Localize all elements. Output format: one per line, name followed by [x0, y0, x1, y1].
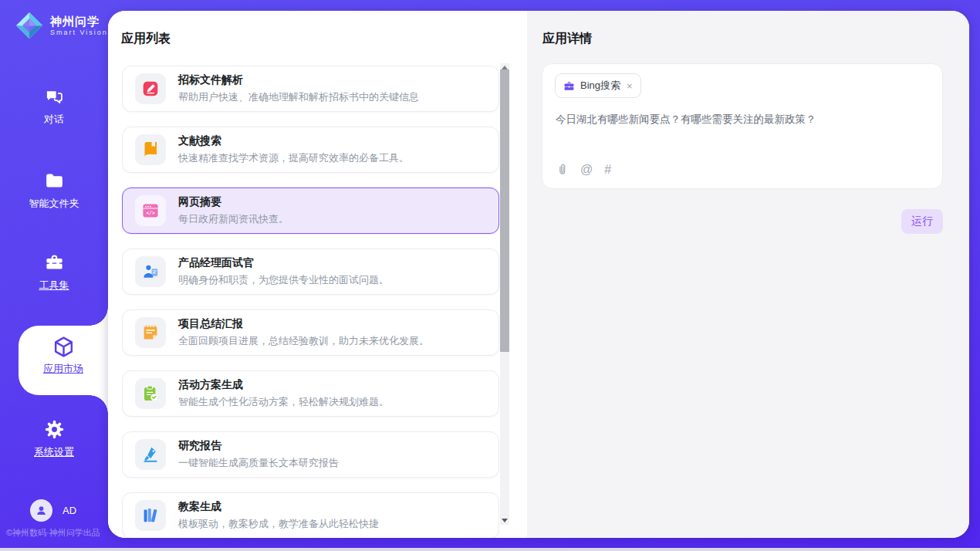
app-window: 神州问学 Smart Vision 对话 智能文件夹: [0, 0, 980, 551]
prompt-input[interactable]: 今日湖北有哪些新闻要点？有哪些需要关注的最新政策？: [556, 112, 930, 127]
scrollbar-thumb[interactable]: [500, 69, 509, 352]
app-name: 网页摘要: [178, 195, 289, 209]
bottom-strip: [0, 548, 980, 551]
app-description: 快速精准查找学术资源，提高研究效率的必备工具。: [178, 151, 409, 165]
app-list: 招标文件解析 帮助用户快速、准确地理解和解析招标书中的关键信息 文献搜索 快速精…: [122, 66, 499, 538]
chat-icon: [44, 86, 65, 107]
app-list-item[interactable]: 研究报告 一键智能生成高质量长文本研究报告: [122, 431, 499, 478]
sidebar: 神州问学 Smart Vision 对话 智能文件夹: [0, 0, 108, 551]
avatar: [30, 499, 52, 522]
app-list-item[interactable]: 文献搜索 快速精准查找学术资源，提高研究效率的必备工具。: [122, 127, 499, 173]
app-list-panel: 应用列表 招标文件解析 帮助用户快速、准确地理解和解析招标书中的关键信息 文献搜…: [108, 11, 527, 538]
cube-icon: [52, 335, 76, 359]
app-list-item[interactable]: </> 网页摘要 每日政府新闻资讯快查。: [122, 188, 499, 234]
sidebar-item-settings[interactable]: 系统设置: [0, 419, 108, 459]
app-list-title: 应用列表: [121, 31, 171, 47]
main-content: 应用列表 招标文件解析 帮助用户快速、准确地理解和解析招标书中的关键信息 文献搜…: [108, 11, 969, 538]
user-initials: AD: [63, 505, 76, 516]
brand-diamond-icon: [14, 10, 45, 41]
app-description: 帮助用户快速、准确地理解和解析招标书中的关键信息: [178, 90, 419, 104]
scrollbar-down-arrow-icon[interactable]: [502, 519, 508, 522]
note-icon: [135, 317, 166, 348]
sidebar-item-label: 智能文件夹: [0, 197, 108, 211]
run-button[interactable]: 运行: [901, 209, 943, 234]
tool-tag-bing-search[interactable]: Bing搜索 ×: [555, 73, 641, 98]
brand-subtitle: Smart Vision: [50, 29, 108, 36]
app-list-item[interactable]: 招标文件解析 帮助用户快速、准确地理解和解析招标书中的关键信息: [122, 66, 499, 112]
app-name: 文献搜索: [178, 134, 409, 148]
books-icon: [135, 500, 166, 531]
browser-code-icon: </>: [135, 195, 166, 226]
app-description: 全面回顾项目进展，总结经验教训，助力未来优化发展。: [178, 334, 429, 348]
scrollbar[interactable]: [500, 63, 509, 525]
sidebar-item-smart-folder[interactable]: 智能文件夹: [0, 171, 108, 211]
folder-icon: [44, 171, 65, 191]
pen-edit-icon: [135, 73, 166, 104]
brand-name: 神州问学: [50, 15, 108, 29]
user-profile[interactable]: AD: [30, 499, 76, 522]
app-name: 活动方案生成: [178, 378, 389, 392]
app-description: 一键智能生成高质量长文本研究报告: [178, 456, 339, 470]
tool-tag-close-icon[interactable]: ×: [627, 80, 633, 92]
at-icon[interactable]: @: [580, 164, 593, 176]
user-icon: [35, 504, 48, 517]
prompt-card: Bing搜索 × 今日湖北有哪些新闻要点？有哪些需要关注的最新政策？ @ #: [542, 63, 943, 189]
app-detail-title: 应用详情: [542, 31, 592, 47]
sidebar-item-label: 系统设置: [0, 445, 108, 459]
briefcase-icon: [563, 80, 575, 92]
app-description: 明确身份和职责，为您提供专业性的面试问题。: [178, 273, 389, 287]
gear-icon: [44, 419, 65, 440]
sidebar-item-toolbox[interactable]: 工具集: [0, 252, 108, 292]
app-list-item[interactable]: 项目总结汇报 全面回顾项目进展，总结经验教训，助力未来优化发展。: [122, 309, 499, 356]
app-name: 教案生成: [178, 500, 379, 514]
sidebar-footer: ©神州数码·神州问学出品: [6, 527, 108, 539]
paperclip-icon[interactable]: [556, 163, 569, 176]
sidebar-item-label: 应用市场: [43, 363, 83, 374]
clipboard-check-icon: [135, 378, 166, 409]
app-description: 智能生成个性化活动方案，轻松解决规划难题。: [178, 395, 389, 409]
brand-logo: 神州问学 Smart Vision: [14, 10, 108, 41]
report-pen-icon: [135, 439, 166, 470]
app-detail-panel: 应用详情 Bing搜索 × 今日湖北有哪些新闻要点？有哪些需要关注的最新政: [527, 11, 969, 538]
interviewer-icon: [135, 256, 166, 287]
sidebar-item-label: 对话: [0, 113, 108, 127]
app-description: 每日政府新闻资讯快查。: [178, 212, 289, 226]
app-name: 招标文件解析: [178, 73, 419, 87]
sidebar-item-label underlined: 工具集: [0, 279, 108, 292]
prompt-toolbar: @ #: [556, 163, 611, 176]
app-description: 模板驱动，教案秒成，教学准备从此轻松快捷: [178, 517, 379, 531]
app-name: 产品经理面试官: [178, 256, 389, 270]
hash-icon[interactable]: #: [604, 164, 611, 176]
app-name: 项目总结汇报: [178, 317, 429, 331]
app-list-item[interactable]: 活动方案生成 智能生成个性化活动方案，轻松解决规划难题。: [122, 370, 499, 417]
toolbox-icon: [44, 252, 65, 273]
app-name: 研究报告: [178, 439, 339, 453]
tool-tag-label: Bing搜索: [580, 79, 620, 93]
app-list-item[interactable]: 产品经理面试官 明确身份和职责，为您提供专业性的面试问题。: [122, 248, 499, 295]
sidebar-item-chat[interactable]: 对话: [0, 86, 108, 127]
book-icon: [135, 134, 166, 165]
svg-text:</>: </>: [146, 210, 155, 216]
sidebar-item-app-market[interactable]: 应用市场: [19, 326, 108, 395]
app-list-item[interactable]: 教案生成 模板驱动，教案秒成，教学准备从此轻松快捷: [122, 492, 499, 538]
